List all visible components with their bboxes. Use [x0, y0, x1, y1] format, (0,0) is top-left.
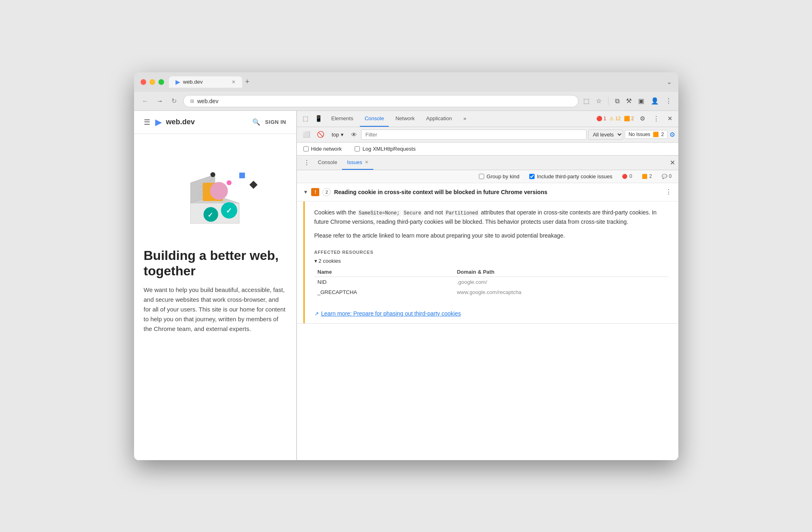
tab-elements[interactable]: Elements [327, 110, 358, 127]
site-text-content: Building a better web, together We want … [134, 240, 296, 342]
warning-icon: ⚠ [609, 116, 614, 121]
info-icon: 🟧 [624, 116, 630, 121]
browser-window: ▶ web.dev ✕ + ⌄ ← → ↻ ⊞ web.dev ⬚ ☆ ⧉ ⚒ … [134, 72, 678, 460]
cookie-domain-grecaptcha: www.google.com/recaptcha [454, 287, 669, 297]
log-xhr-checkbox[interactable] [355, 146, 360, 151]
svg-point-11 [210, 172, 215, 177]
svg-point-12 [227, 180, 232, 185]
tab-console[interactable]: Console [360, 110, 389, 127]
extensions-icon[interactable]: ⧉ [615, 97, 619, 105]
devtools-device-icon[interactable]: 📱 [312, 113, 325, 124]
eye-button[interactable]: 👁 [349, 130, 359, 140]
devtools-close-button[interactable]: ✕ [665, 113, 675, 124]
no-issues-badge[interactable]: No Issues 🟧 2 [625, 130, 667, 139]
site-illustration: ✓ ✓ [134, 134, 296, 240]
no-issues-icon: 🟧 [653, 132, 659, 137]
hamburger-icon[interactable]: ☰ [144, 118, 150, 127]
include-third-party-checkbox[interactable] [529, 174, 535, 179]
tab-close-icon[interactable]: ✕ [232, 79, 236, 85]
search-icon[interactable]: 🔍 [252, 118, 260, 126]
hide-network-checkbox[interactable] [303, 146, 309, 151]
menu-dots-icon[interactable]: ⋮ [665, 97, 672, 105]
new-tab-button[interactable]: + [242, 78, 253, 86]
issues-sub-tab-label: Issues [347, 159, 362, 165]
address-bar: ← → ↻ ⊞ web.dev ⬚ ☆ ⧉ ⚒ ▣ 👤 ⋮ [134, 92, 678, 111]
issue-header[interactable]: ▼ ! 2 Reading cookie in cross-site conte… [297, 183, 678, 201]
issue-more-button[interactable]: ⋮ [665, 188, 672, 196]
issue-description-p2: Please refer to the article linked to le… [314, 231, 669, 240]
active-tab[interactable]: ▶ web.dev ✕ [169, 76, 242, 88]
console-sub-tab-label: Console [318, 159, 338, 165]
reload-button[interactable]: ↻ [170, 95, 178, 106]
issue-expand-chevron-icon[interactable]: ▼ [303, 189, 308, 195]
console-sidebar-button[interactable]: ⬜ [300, 129, 313, 140]
cookie-domain-nid: .google.com/ [454, 277, 669, 288]
issues-panel-dots-button[interactable]: ⋮ [300, 159, 313, 167]
close-traffic-light[interactable] [141, 79, 146, 85]
error-badge[interactable]: 🔴 1 [596, 116, 606, 121]
website-sidebar: ☰ ▶ web.dev 🔍 SIGN IN [134, 111, 297, 460]
svg-rect-10 [239, 173, 245, 178]
bookmark-icon[interactable]: ☆ [596, 97, 602, 105]
warning-badge[interactable]: ⚠ 12 [609, 116, 620, 121]
address-input[interactable]: ⊞ web.dev [183, 95, 578, 107]
devtools-toolbar: ⬚ 📱 Elements Console Network Application… [297, 111, 678, 127]
table-row: _GRECAPTCHA www.google.com/recaptcha [314, 287, 669, 297]
devtools-icon[interactable]: ⚒ [626, 97, 632, 105]
issue-group: ▼ ! 2 Reading cookie in cross-site conte… [297, 183, 678, 324]
devtools-checkboxes-row: Hide network Log XMLHttpRequests [297, 143, 678, 156]
profile-icon[interactable]: 👤 [651, 97, 659, 105]
clear-console-button[interactable]: 🚫 [314, 129, 327, 140]
tab-more[interactable]: » [459, 110, 471, 127]
error-icon: 🔴 [596, 116, 602, 121]
info-badge[interactable]: 🟧 2 [624, 116, 634, 121]
issues-tab-close-icon[interactable]: ✕ [365, 160, 368, 165]
context-selector[interactable]: top ▾ [329, 130, 347, 139]
window-expand-icon[interactable]: ⌄ [667, 78, 672, 86]
console-sub-tab[interactable]: Console [313, 155, 342, 170]
forward-button[interactable]: → [155, 96, 165, 106]
site-name: web.dev [166, 118, 195, 126]
levels-select[interactable]: All levels [588, 130, 623, 140]
sidebar-icon[interactable]: ▣ [638, 97, 644, 105]
tab-network[interactable]: Network [390, 110, 420, 127]
issues-panel-close-button[interactable]: ✕ [670, 159, 675, 167]
title-bar: ▶ web.dev ✕ + ⌄ [134, 72, 678, 92]
orange-badge-icon: 🟧 [642, 174, 647, 179]
cast-icon[interactable]: ⬚ [583, 97, 589, 105]
include-third-party-label[interactable]: Include third-party cookie issues [529, 173, 613, 179]
issues-sub-tab[interactable]: Issues ✕ [342, 155, 373, 170]
devtools-panel: ⬚ 📱 Elements Console Network Application… [297, 111, 678, 460]
table-row: NID .google.com/ [314, 277, 669, 288]
cookie-name-nid: NID [314, 277, 454, 288]
orange-issues-badge: 🟧 2 [642, 173, 652, 179]
no-issues-label: No Issues [628, 132, 650, 137]
back-button[interactable]: ← [141, 96, 150, 106]
browser-toolbar-icons: ⬚ ☆ ⧉ ⚒ ▣ 👤 ⋮ [583, 97, 672, 105]
devtools-cursor-icon[interactable]: ⬚ [300, 113, 311, 124]
svg-marker-9 [249, 181, 258, 189]
group-by-kind-checkbox[interactable] [479, 174, 484, 179]
svg-point-4 [210, 182, 228, 200]
learn-more-link[interactable]: Learn more: Prepare for phasing out thir… [321, 310, 461, 317]
maximize-traffic-light[interactable] [158, 79, 164, 85]
main-content: ☰ ▶ web.dev 🔍 SIGN IN [134, 111, 678, 460]
cookies-toggle[interactable]: ▾ 2 cookies [314, 258, 669, 264]
sign-in-button[interactable]: SIGN IN [265, 119, 286, 125]
tab-application[interactable]: Application [421, 110, 457, 127]
hide-network-label[interactable]: Hide network [303, 146, 342, 152]
console-settings-button[interactable]: ⚙ [669, 131, 675, 138]
devtools-badges: 🔴 1 ⚠ 12 🟧 2 ⚙ ⋮ ✕ [596, 113, 675, 124]
tab-favicon-icon: ▶ [175, 79, 180, 85]
orange-badge-count: 2 [649, 173, 652, 179]
log-xhr-label[interactable]: Log XMLHttpRequests [355, 146, 416, 152]
issues-content: ▼ ! 2 Reading cookie in cross-site conte… [297, 183, 678, 460]
devtools-more-button[interactable]: ⋮ [651, 113, 662, 124]
site-logo-icon: ▶ [155, 117, 161, 127]
minimize-traffic-light[interactable] [149, 79, 155, 85]
devtools-settings-button[interactable]: ⚙ [637, 113, 647, 124]
site-description: We want to help you build beautiful, acc… [144, 285, 286, 334]
group-by-kind-label[interactable]: Group by kind [479, 173, 520, 179]
tab-bar: ▶ web.dev ✕ + [169, 76, 662, 88]
filter-input[interactable] [361, 130, 587, 140]
